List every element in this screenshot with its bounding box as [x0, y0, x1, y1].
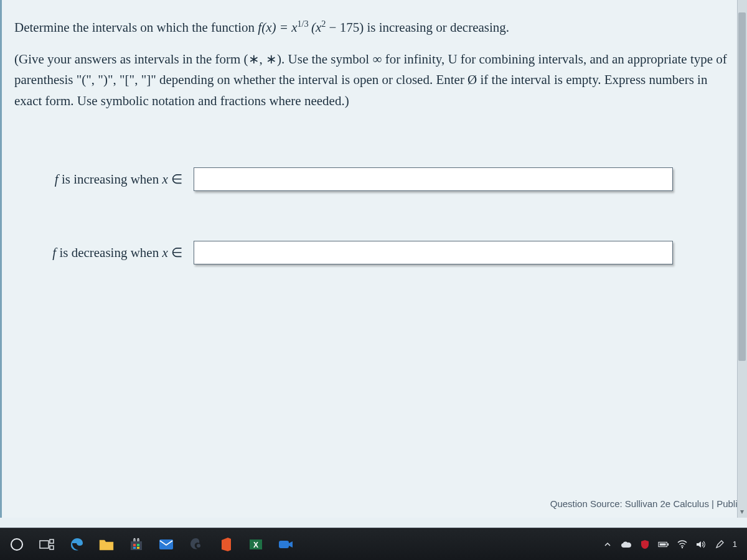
- edge-glyph-icon: [68, 536, 85, 553]
- tray-onedrive-icon[interactable]: [621, 539, 632, 550]
- svg-rect-2: [50, 539, 54, 543]
- tray-battery-icon[interactable]: [658, 539, 669, 550]
- increasing-input[interactable]: [194, 167, 673, 191]
- question-panel: Determine the intervals on which the fun…: [0, 0, 747, 518]
- edge-icon[interactable]: [66, 534, 87, 555]
- increasing-x: x: [162, 172, 167, 187]
- taskbar: X 1: [0, 528, 747, 560]
- svg-text:X: X: [253, 541, 258, 549]
- swirl-glyph-icon: [188, 536, 204, 553]
- svg-rect-7: [133, 547, 136, 549]
- decreasing-row: f is decreasing when x ∈: [14, 241, 735, 264]
- mail-glyph-icon: [158, 538, 174, 551]
- increasing-label: f is increasing when x ∈: [33, 172, 182, 187]
- excel-icon[interactable]: X: [245, 534, 266, 555]
- windows-circle-icon: [9, 537, 24, 552]
- tray-mcafee-icon[interactable]: [639, 539, 651, 550]
- scrollbar-thumb[interactable]: [738, 12, 746, 361]
- svg-rect-9: [159, 539, 173, 549]
- tray-chevron-icon[interactable]: [602, 539, 613, 550]
- store-glyph-icon: [129, 537, 144, 552]
- decreasing-elem: ∈: [168, 245, 182, 260]
- camera-glyph-icon: [278, 538, 294, 551]
- tray-clock-partial: 1: [733, 539, 737, 549]
- svg-point-10: [197, 544, 200, 548]
- decreasing-x: x: [162, 245, 167, 260]
- increasing-text: is increasing when: [59, 172, 162, 187]
- store-icon[interactable]: [126, 534, 147, 555]
- scrollbar[interactable]: ▾: [737, 0, 747, 518]
- svg-rect-13: [279, 541, 289, 548]
- svg-rect-6: [137, 544, 139, 546]
- office-glyph-icon: [219, 536, 233, 553]
- svg-rect-4: [131, 541, 142, 550]
- system-tray: 1: [602, 539, 741, 550]
- question-source: Question Source: Sullivan 2e Calculus | …: [550, 498, 742, 509]
- math-exp-13: 1/3: [297, 19, 308, 29]
- answer-instructions: (Give your answers as intervals in the f…: [14, 49, 735, 112]
- task-view-icon[interactable]: [36, 534, 57, 555]
- math-minus175: − 175): [326, 20, 364, 35]
- svg-rect-5: [133, 544, 136, 546]
- svg-point-17: [682, 546, 683, 548]
- svg-rect-3: [50, 546, 54, 549]
- decreasing-text: is decreasing when: [56, 245, 162, 260]
- scroll-down-icon[interactable]: ▾: [739, 508, 745, 514]
- svg-rect-16: [659, 543, 665, 546]
- start-button[interactable]: [6, 534, 27, 555]
- svg-rect-15: [667, 543, 669, 546]
- svg-rect-1: [40, 541, 49, 548]
- office-icon[interactable]: [215, 534, 237, 555]
- folder-glyph-icon: [98, 538, 115, 551]
- excel-glyph-icon: X: [248, 537, 263, 552]
- svg-point-0: [11, 539, 22, 550]
- mail-icon[interactable]: [156, 534, 177, 555]
- swirl-app-icon[interactable]: [186, 534, 207, 555]
- camera-icon[interactable]: [275, 534, 296, 555]
- file-explorer-icon[interactable]: [96, 534, 117, 555]
- math-x2-open: (x: [311, 20, 321, 35]
- increasing-row: f is increasing when x ∈: [14, 167, 735, 191]
- tray-wifi-icon[interactable]: [677, 539, 688, 550]
- question-prefix: Determine the intervals on which the fun…: [14, 20, 258, 35]
- math-fx: f(x) = x: [258, 20, 297, 35]
- tray-pen-icon[interactable]: [714, 539, 725, 550]
- question-suffix: is increasing or decreasing.: [367, 20, 509, 35]
- svg-rect-8: [137, 547, 139, 549]
- increasing-elem: ∈: [168, 172, 182, 187]
- tray-volume-icon[interactable]: [695, 539, 707, 550]
- taskview-glyph-icon: [39, 538, 54, 551]
- decreasing-label: f is decreasing when x ∈: [33, 245, 182, 261]
- question-prompt: Determine the intervals on which the fun…: [14, 17, 735, 38]
- decreasing-input[interactable]: [194, 241, 673, 264]
